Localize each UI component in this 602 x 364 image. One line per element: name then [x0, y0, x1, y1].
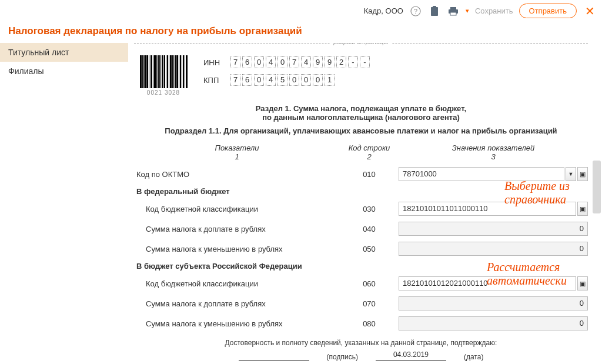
row-kbk-reg: Код бюджетной классификации 060 18210101…	[134, 276, 588, 290]
help-icon[interactable]: ?	[409, 5, 422, 18]
row-sum-add-fed: Сумма налога к доплате в рублях 040 0	[134, 222, 588, 236]
chevron-down-icon[interactable]: ▾	[466, 7, 469, 15]
row-sum-dec-fed: Сумма налога к уменьшению в рублях 050 0	[134, 242, 588, 256]
kpp-cells: 760450001	[230, 74, 335, 86]
close-icon[interactable]: ✕	[583, 4, 595, 18]
row-sum-add-reg: Сумма налога к доплате в рублях 070 0	[134, 296, 588, 310]
row-reg-header: В бюджет субъекта Российской Федерации	[134, 262, 588, 271]
section-title: Раздел 1. Сумма налога, подлежащая уплат…	[134, 104, 588, 122]
oktmo-dropdown-icon[interactable]: ▼	[566, 167, 576, 181]
sidebar: Титульный лист Филиалы	[0, 43, 128, 364]
page-break-marker: разрыв страницы	[134, 43, 588, 51]
form-content: разрыв страницы 0021 3028 ИНН 7604074992…	[128, 43, 602, 364]
kbk-reg-input[interactable]: 18210101012021000110	[399, 276, 576, 290]
send-button[interactable]: Отправить	[519, 4, 577, 18]
top-toolbar: Кадр, ООО ? ▾ Сохранить Отправить ✕	[0, 0, 602, 22]
tab-title-sheet[interactable]: Титульный лист	[0, 43, 128, 62]
vertical-scrollbar[interactable]	[593, 161, 601, 213]
signature-field[interactable]	[239, 350, 309, 361]
svg-rect-2	[431, 7, 438, 16]
column-headers: Показатели1 Код строки2 Значения показат…	[134, 143, 588, 161]
tab-branches[interactable]: Филиалы	[0, 62, 128, 81]
subsection-title: Подраздел 1.1. Для организаций, уплачива…	[134, 126, 588, 135]
barcode-number: 0021 3028	[134, 89, 193, 96]
row-kbk-fed: Код бюджетной классификации 030 18210101…	[134, 202, 588, 216]
date-field[interactable]: 04.03.2019	[376, 350, 446, 361]
company-name: Кадр, ООО	[364, 6, 403, 15]
kbk-fed-input[interactable]: 18210101011011000110	[399, 202, 576, 216]
inn-cells: 7604074992--	[230, 56, 370, 68]
kbk-fed-picker-icon[interactable]: ▣	[577, 202, 588, 216]
row-sum-dec-reg: Сумма налога к уменьшению в рублях 080 0	[134, 316, 588, 330]
oktmo-input[interactable]: 78701000	[399, 167, 564, 181]
inn-label: ИНН	[203, 58, 225, 67]
signature-row: (подпись) 04.03.2019 (дата)	[134, 350, 588, 361]
row-oktmo: Код по ОКТМО 010 78701000 ▼ ▣	[134, 167, 588, 181]
sum-add-fed-value: 0	[399, 222, 588, 236]
svg-rect-5	[450, 7, 456, 10]
sum-dec-reg-value: 0	[399, 316, 588, 330]
row-fed-header: В федеральный бюджет	[134, 187, 588, 196]
signature-label: (подпись)	[327, 353, 358, 361]
print-icon[interactable]	[447, 5, 460, 18]
svg-text:?: ?	[414, 8, 417, 15]
sum-dec-fed-value: 0	[399, 242, 588, 256]
footer-confirm: Достоверность и полноту сведений, указан…	[134, 339, 588, 347]
date-label: (дата)	[464, 353, 483, 361]
clipboard-icon[interactable]	[428, 5, 441, 18]
barcode: 0021 3028	[134, 53, 193, 96]
svg-rect-3	[433, 6, 436, 8]
sum-add-reg-value: 0	[399, 296, 588, 310]
oktmo-picker-icon[interactable]: ▣	[577, 167, 588, 181]
page-title: Налоговая декларация по налогу на прибыл…	[0, 22, 602, 43]
svg-rect-6	[450, 12, 456, 15]
kpp-label: КПП	[203, 76, 225, 85]
save-button: Сохранить	[475, 6, 513, 15]
kbk-reg-picker-icon[interactable]: ▣	[577, 276, 588, 290]
